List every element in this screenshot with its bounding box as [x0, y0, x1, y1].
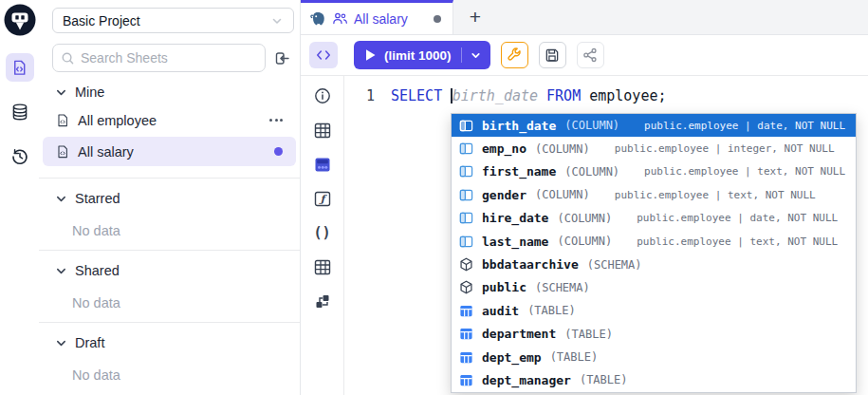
item-name: bbdataarchive: [482, 257, 579, 272]
parameters-panel-button[interactable]: (): [308, 220, 337, 245]
item-name: birth_date: [482, 119, 556, 133]
section-shared[interactable]: Shared: [39, 251, 300, 282]
autocomplete-item[interactable]: birth_date (COLUMN) public.employee | da…: [452, 114, 856, 137]
section-draft[interactable]: Draft: [39, 323, 300, 354]
autocomplete-item[interactable]: last_name (COLUMN) public.employee | tex…: [452, 230, 856, 253]
section-label: Mine: [75, 85, 104, 100]
autocomplete-item[interactable]: public (SCHEMA): [452, 276, 856, 299]
editor-toolbar: (limit 1000): [301, 35, 868, 76]
item-name: gender: [482, 188, 526, 202]
search-row: [52, 44, 294, 72]
code-line[interactable]: SELECT birth_date FROM employee;: [391, 87, 667, 104]
autocomplete-item[interactable]: bbdataarchive (SCHEMA): [452, 253, 856, 275]
item-kind: (SCHEMA): [587, 258, 642, 272]
collapse-sidebar-icon: [274, 50, 290, 66]
item-detail: public.employee | text, NOT NULL: [615, 189, 816, 201]
schema-diagram-button[interactable]: [308, 289, 337, 313]
empty-state: No data: [39, 354, 300, 383]
chevron-down-icon: [55, 337, 67, 349]
search-box[interactable]: [52, 44, 266, 72]
sidebar: Basic Project Mine All: [39, 0, 301, 395]
rail-sheets-button[interactable]: [6, 53, 34, 82]
table-icon: [314, 122, 331, 139]
chevron-down-icon: [270, 14, 284, 28]
column-icon: [459, 211, 473, 225]
section-starred[interactable]: Starred: [39, 179, 300, 210]
sheet-icon: [55, 144, 70, 160]
item-name: hire_date: [482, 211, 548, 225]
info-icon: [314, 87, 331, 104]
item-detail: public.employee | date, NOT NULL: [637, 212, 838, 224]
app-logo-icon: [3, 3, 37, 37]
item-kind: (SCHEMA): [535, 281, 590, 294]
unsaved-dot: [274, 147, 283, 156]
project-select[interactable]: Basic Project: [52, 8, 294, 33]
svg-text:ƒ: ƒ: [318, 193, 327, 204]
pivot-panel-button[interactable]: [308, 152, 337, 177]
sheet-label: All salary: [78, 144, 134, 160]
item-menu-button[interactable]: [269, 119, 286, 122]
flow-diagram-icon: [314, 293, 331, 310]
empty-state: No data: [39, 210, 300, 238]
function-panel-button[interactable]: ƒ: [308, 186, 337, 211]
item-kind: (COLUMN): [535, 142, 590, 156]
result-table-button[interactable]: [308, 254, 337, 279]
autocomplete-item[interactable]: audit (TABLE): [452, 299, 856, 322]
section-label: Shared: [75, 263, 120, 278]
item-detail: public.employee | date, NOT NULL: [644, 120, 845, 132]
history-icon: [10, 147, 29, 166]
tab-dirty-dot: [434, 15, 441, 23]
item-kind: (COLUMN): [535, 188, 590, 201]
rail-database-button[interactable]: [6, 98, 34, 126]
item-name: public: [482, 280, 526, 294]
code-icon: [316, 48, 331, 62]
autocomplete-item[interactable]: gender (COLUMN) public.employee | text, …: [452, 183, 856, 206]
section-label: Starred: [75, 191, 120, 206]
tab-all-salary[interactable]: All salary: [301, 0, 453, 34]
code-view-toggle[interactable]: [309, 42, 338, 68]
save-button[interactable]: [539, 42, 566, 68]
sheet-label: All employee: [78, 113, 157, 128]
table-icon: [459, 373, 473, 387]
sheet-icon: [55, 113, 70, 128]
autocomplete-item[interactable]: first_name (COLUMN) public.employee | te…: [452, 160, 856, 183]
info-button[interactable]: [308, 84, 337, 108]
autocomplete-item[interactable]: department (TABLE): [452, 323, 856, 346]
autocomplete-dropdown: birth_date (COLUMN) public.employee | da…: [451, 113, 857, 393]
search-input[interactable]: [81, 50, 257, 66]
table-icon: [459, 304, 473, 318]
sql-text: employee;: [589, 87, 666, 104]
section-label: Draft: [75, 335, 104, 350]
ghost-suggestion: birth_date: [452, 87, 538, 104]
table-icon: [459, 350, 473, 365]
rail-history-button[interactable]: [6, 142, 34, 171]
project-select-value: Basic Project: [63, 13, 140, 28]
collapse-sidebar-button[interactable]: [269, 46, 294, 70]
new-tab-button[interactable]: +: [453, 0, 497, 34]
item-kind: (COLUMN): [564, 165, 619, 179]
sidebar-item-all-employee[interactable]: All employee: [43, 105, 296, 135]
item-name: last_name: [482, 235, 548, 249]
item-kind: (COLUMN): [557, 235, 612, 248]
item-detail: public.employee | text, NOT NULL: [637, 235, 838, 248]
item-kind: (TABLE): [580, 373, 628, 386]
format-sql-button[interactable]: [501, 42, 528, 68]
run-query-button[interactable]: (limit 1000): [354, 41, 490, 69]
autocomplete-item[interactable]: emp_no (COLUMN) public.employee | intege…: [452, 137, 856, 160]
autocomplete-item[interactable]: dept_emp (TABLE): [452, 346, 856, 368]
table-icon: [459, 327, 473, 341]
wrench-icon: [507, 47, 522, 63]
chevron-down-icon[interactable]: [470, 49, 482, 62]
section-mine[interactable]: Mine: [39, 72, 300, 103]
schema-icon: [459, 257, 473, 272]
sidebar-item-all-salary[interactable]: All salary: [43, 137, 296, 166]
play-icon: [364, 48, 377, 62]
autocomplete-item[interactable]: hire_date (COLUMN) public.employee | dat…: [452, 207, 856, 230]
table-panel-button[interactable]: [308, 118, 337, 142]
autocomplete-item[interactable]: dept_manager (TABLE): [452, 368, 856, 391]
column-icon: [459, 164, 473, 179]
column-icon: [459, 188, 473, 202]
run-button-divider: [461, 47, 462, 63]
share-button[interactable]: [577, 42, 604, 68]
item-name: department: [482, 327, 556, 341]
